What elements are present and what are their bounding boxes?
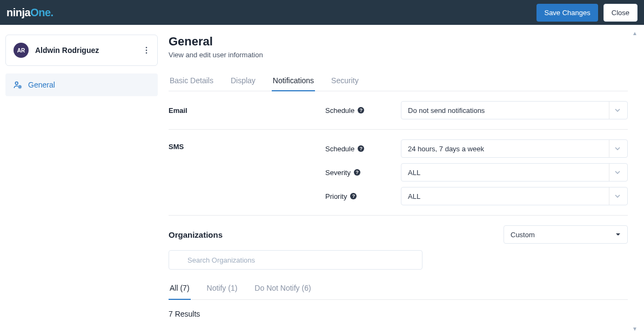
chevron-down-icon [609, 187, 625, 205]
avatar: AR [14, 43, 29, 58]
brand-dot: . [51, 6, 53, 18]
brand-word-b: One [30, 6, 50, 18]
page-subtitle: View and edit user information [169, 51, 628, 59]
chevron-down-icon [609, 102, 625, 119]
user-gear-icon [13, 80, 23, 90]
sms-severity-value: ALL [408, 169, 420, 177]
close-button[interactable]: Close [603, 4, 638, 22]
organizations-search-row [169, 250, 628, 270]
filter-tab-notify[interactable]: Notify (1) [206, 278, 239, 300]
chevron-down-icon [609, 140, 625, 157]
filter-tab-all[interactable]: All (7) [169, 278, 191, 300]
sms-priority-select[interactable]: ALL [401, 187, 628, 205]
organizations-mode-select[interactable]: Custom [504, 225, 628, 244]
user-menu-button[interactable] [143, 44, 150, 56]
organizations-header: Organizations Custom [169, 216, 628, 250]
email-schedule-select[interactable]: Do not send notifications [401, 101, 628, 119]
user-card: AR Aldwin Rodriguez [5, 35, 158, 66]
tab-notifications[interactable]: Notifications [272, 71, 315, 91]
help-icon[interactable]: ? [354, 169, 360, 176]
topbar: ninjaOne. Save Changes Close [0, 0, 644, 25]
svg-point-2 [146, 52, 147, 54]
svg-point-4 [19, 86, 21, 88]
organizations-filter-tabs: All (7) Notify (1) Do Not Notify (6) [169, 278, 628, 300]
sms-schedule-value: 24 hours, 7 days a week [408, 145, 484, 153]
filter-tab-do-not-notify[interactable]: Do Not Notify (6) [253, 278, 312, 300]
email-schedule-label: Schedule ? [325, 106, 401, 115]
settings-tabs: Basic Details Display Notifications Secu… [169, 71, 628, 91]
help-icon[interactable]: ? [358, 145, 364, 152]
results-count: 7 Results [169, 300, 628, 328]
user-name: Aldwin Rodriguez [35, 46, 137, 55]
email-section-label: Email [169, 106, 325, 115]
email-schedule-value: Do not send notifications [408, 106, 485, 115]
sidebar-item-label: General [28, 81, 55, 89]
tab-security[interactable]: Security [330, 71, 360, 91]
sms-section: SMS Schedule ? 24 hours, 7 days a week S… [169, 130, 628, 216]
help-icon[interactable]: ? [358, 107, 364, 113]
sidebar-item-general[interactable]: General [5, 73, 158, 96]
scroll-up-hint-icon: ▲ [632, 30, 638, 36]
tab-basic-details[interactable]: Basic Details [169, 71, 214, 91]
svg-point-3 [15, 82, 18, 85]
chevron-down-icon [609, 164, 625, 181]
page-title: General [169, 35, 628, 49]
kebab-icon [145, 46, 147, 54]
brand-word-a: ninja [6, 6, 30, 18]
sms-priority-value: ALL [408, 192, 420, 200]
caret-down-icon [615, 233, 621, 236]
sms-section-label: SMS [169, 139, 325, 205]
svg-point-1 [146, 50, 147, 51]
organizations-title: Organizations [169, 230, 223, 239]
email-section: Email Schedule ? Do not send notificatio… [169, 91, 628, 130]
sms-severity-select[interactable]: ALL [401, 163, 628, 182]
help-icon[interactable]: ? [350, 193, 357, 199]
organizations-search-input[interactable] [169, 250, 422, 270]
organizations-mode-value: Custom [511, 231, 535, 239]
tab-display[interactable]: Display [230, 71, 257, 91]
sms-priority-label: Priority ? [325, 192, 401, 200]
sms-severity-label: Severity ? [325, 169, 401, 177]
svg-point-0 [146, 47, 147, 49]
brand-logo: ninjaOne. [6, 6, 53, 19]
scroll-down-hint-icon: ▼ [632, 326, 638, 332]
save-changes-button[interactable]: Save Changes [536, 4, 598, 22]
topbar-actions: Save Changes Close [536, 4, 638, 22]
sms-schedule-select[interactable]: 24 hours, 7 days a week [401, 139, 628, 158]
sidebar: AR Aldwin Rodriguez General [5, 35, 158, 335]
sms-schedule-label: Schedule ? [325, 145, 401, 153]
main-content: General View and edit user information B… [169, 35, 639, 335]
